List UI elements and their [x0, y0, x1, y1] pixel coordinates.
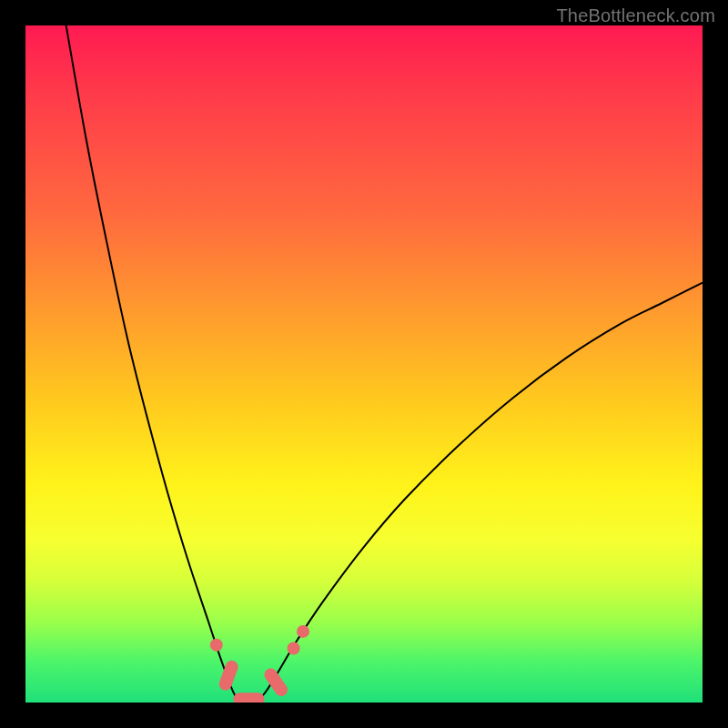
- curve-markers: [210, 625, 309, 703]
- marker-pill: [262, 666, 290, 699]
- marker-dot: [210, 639, 223, 652]
- watermark-text: TheBottleneck.com: [556, 5, 715, 26]
- marker-pill: [217, 659, 240, 693]
- marker-pill: [234, 693, 265, 703]
- bottleneck-curve: [66, 25, 703, 703]
- chart-frame: TheBottleneck.com: [0, 0, 728, 728]
- marker-dot: [297, 625, 309, 638]
- chart-svg: [25, 25, 703, 703]
- plot-area: [25, 25, 703, 703]
- marker-dot: [288, 642, 300, 655]
